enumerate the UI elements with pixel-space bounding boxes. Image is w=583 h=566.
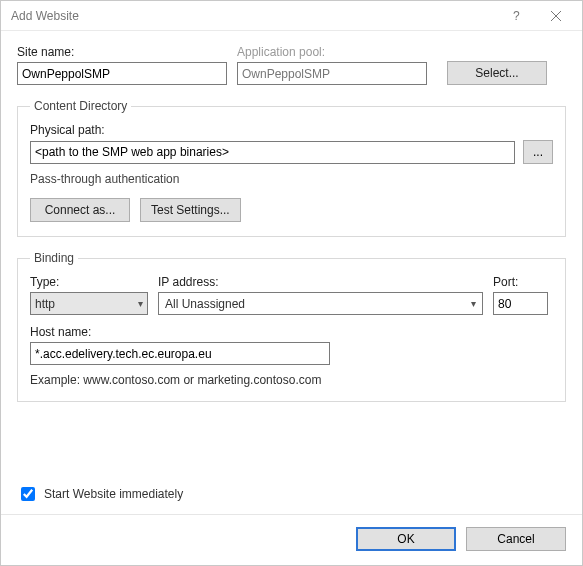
ip-label: IP address:: [158, 275, 483, 289]
app-pool-label: Application pool:: [237, 45, 427, 59]
help-button[interactable]: ?: [496, 2, 536, 30]
type-label: Type:: [30, 275, 148, 289]
app-pool-input: [237, 62, 427, 85]
auth-text: Pass-through authentication: [30, 172, 553, 186]
physical-path-label: Physical path:: [30, 123, 105, 137]
add-website-dialog: Add Website ? Site name: Application poo…: [0, 0, 583, 566]
dialog-content: Site name: Application pool: Select... C…: [1, 31, 582, 474]
content-directory-group: Content Directory Physical path: ... Pas…: [17, 99, 566, 237]
ip-select[interactable]: All Unassigned ▾: [158, 292, 483, 315]
port-input[interactable]: [493, 292, 548, 315]
browse-path-button[interactable]: ...: [523, 140, 553, 164]
start-immediate-row: Start Website immediately: [1, 474, 582, 514]
ip-value: All Unassigned: [165, 297, 245, 311]
dialog-title: Add Website: [11, 9, 496, 23]
cancel-button[interactable]: Cancel: [466, 527, 566, 551]
port-label: Port:: [493, 275, 553, 289]
connect-as-button[interactable]: Connect as...: [30, 198, 130, 222]
dialog-footer: OK Cancel: [1, 514, 582, 565]
site-name-label: Site name:: [17, 45, 227, 59]
binding-legend: Binding: [30, 251, 78, 265]
close-button[interactable]: [536, 2, 576, 30]
type-select[interactable]: http ▾: [30, 292, 148, 315]
select-app-pool-button[interactable]: Select...: [447, 61, 547, 85]
chevron-down-icon: ▾: [471, 298, 476, 309]
site-name-input[interactable]: [17, 62, 227, 85]
host-example-text: Example: www.contoso.com or marketing.co…: [30, 373, 553, 387]
start-immediate-label: Start Website immediately: [44, 487, 183, 501]
ok-button[interactable]: OK: [356, 527, 456, 551]
test-settings-button[interactable]: Test Settings...: [140, 198, 241, 222]
host-name-label: Host name:: [30, 325, 91, 339]
svg-text:?: ?: [513, 9, 520, 23]
chevron-down-icon: ▾: [138, 298, 143, 309]
titlebar: Add Website ?: [1, 1, 582, 31]
svg-line-1: [551, 11, 561, 21]
type-value: http: [35, 297, 55, 311]
start-immediate-checkbox[interactable]: [21, 487, 35, 501]
content-directory-legend: Content Directory: [30, 99, 131, 113]
physical-path-input[interactable]: [30, 141, 515, 164]
binding-group: Binding Type: http ▾ IP address: All Una…: [17, 251, 566, 402]
svg-line-2: [551, 11, 561, 21]
host-name-input[interactable]: [30, 342, 330, 365]
